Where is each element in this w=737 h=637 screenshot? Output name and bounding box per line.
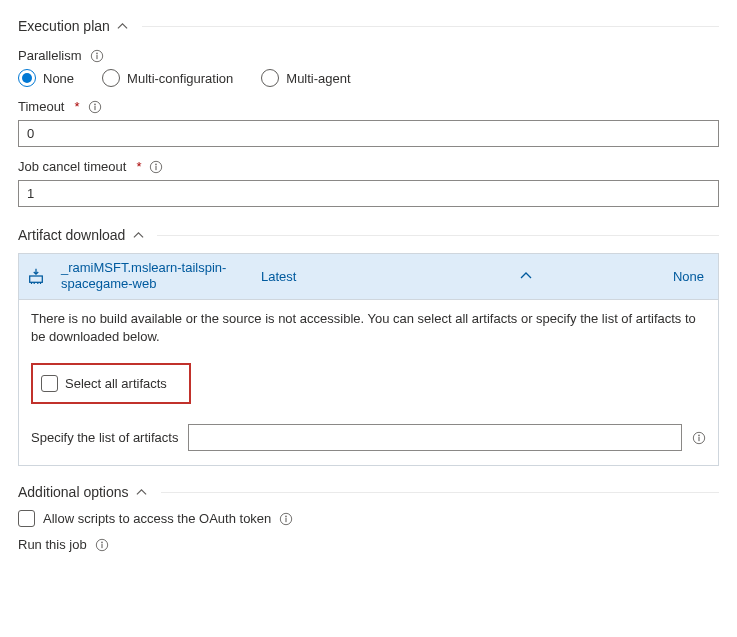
artifact-download-header[interactable]: Artifact download — [18, 227, 719, 243]
parallelism-label: Parallelism — [18, 48, 82, 63]
svg-rect-2 — [96, 54, 97, 58]
build-icon — [19, 260, 53, 292]
svg-rect-18 — [101, 543, 102, 547]
execution-plan-title: Execution plan — [18, 18, 110, 34]
artifact-collapse-toggle[interactable] — [393, 264, 658, 288]
parallelism-label-row: Parallelism — [18, 48, 719, 63]
svg-point-11 — [698, 434, 700, 436]
divider — [157, 235, 719, 236]
artifact-box: _ramiMSFT.mslearn-tailspin-spacegame-web… — [18, 253, 719, 466]
artifact-version: Latest — [253, 263, 393, 290]
info-icon[interactable] — [90, 49, 104, 63]
chevron-up-icon — [116, 19, 130, 33]
svg-rect-8 — [156, 165, 157, 169]
specify-artifacts-row: Specify the list of artifacts — [31, 424, 706, 451]
select-all-checkbox[interactable] — [41, 375, 58, 392]
specify-artifacts-input[interactable] — [188, 424, 682, 451]
allow-scripts-checkbox[interactable] — [18, 510, 35, 527]
timeout-label-row: Timeout* — [18, 99, 719, 114]
svg-point-7 — [156, 163, 158, 165]
info-icon[interactable] — [279, 512, 293, 526]
execution-plan-header[interactable]: Execution plan — [18, 18, 719, 34]
select-all-label: Select all artifacts — [65, 376, 167, 391]
chevron-up-icon — [135, 485, 149, 499]
radio-multi-agent[interactable]: Multi-agent — [261, 69, 350, 87]
radio-none-label: None — [43, 71, 74, 86]
info-icon[interactable] — [692, 431, 706, 445]
cancel-timeout-label-row: Job cancel timeout* — [18, 159, 719, 174]
info-icon[interactable] — [88, 100, 102, 114]
cancel-timeout-input[interactable] — [18, 180, 719, 207]
artifact-source-name: _ramiMSFT.mslearn-tailspin-spacegame-web — [53, 254, 253, 299]
allow-scripts-label: Allow scripts to access the OAuth token — [43, 511, 271, 526]
select-all-artifacts-option[interactable]: Select all artifacts — [31, 363, 191, 404]
svg-rect-9 — [30, 276, 43, 282]
artifact-body: There is no build available or the sourc… — [19, 300, 718, 466]
divider — [161, 492, 719, 493]
additional-options-title: Additional options — [18, 484, 129, 500]
svg-rect-15 — [286, 517, 287, 521]
divider — [142, 26, 719, 27]
cancel-timeout-label: Job cancel timeout — [18, 159, 126, 174]
allow-scripts-option[interactable]: Allow scripts to access the OAuth token — [18, 510, 719, 527]
required-mark: * — [74, 99, 79, 114]
svg-rect-5 — [94, 105, 95, 109]
radio-multi-configuration[interactable]: Multi-configuration — [102, 69, 233, 87]
additional-options-header[interactable]: Additional options — [18, 484, 719, 500]
info-icon[interactable] — [95, 538, 109, 552]
specify-artifacts-label: Specify the list of artifacts — [31, 430, 178, 445]
info-icon[interactable] — [149, 160, 163, 174]
artifact-download-title: Artifact download — [18, 227, 125, 243]
chevron-up-icon — [131, 228, 145, 242]
radio-multi-config-label: Multi-configuration — [127, 71, 233, 86]
svg-point-14 — [286, 515, 288, 517]
svg-rect-12 — [698, 436, 699, 440]
parallelism-radio-group: None Multi-configuration Multi-agent — [18, 69, 719, 87]
required-mark: * — [136, 159, 141, 174]
artifact-selection-mode[interactable]: None — [658, 263, 718, 290]
svg-point-1 — [96, 52, 98, 54]
svg-point-17 — [101, 541, 103, 543]
radio-multi-agent-label: Multi-agent — [286, 71, 350, 86]
artifact-row[interactable]: _ramiMSFT.mslearn-tailspin-spacegame-web… — [19, 254, 718, 300]
timeout-label: Timeout — [18, 99, 64, 114]
radio-none[interactable]: None — [18, 69, 74, 87]
svg-point-4 — [94, 103, 96, 105]
run-this-job-label: Run this job — [18, 537, 87, 552]
artifact-message: There is no build available or the sourc… — [31, 310, 706, 348]
timeout-input[interactable] — [18, 120, 719, 147]
run-this-job-row: Run this job — [18, 537, 719, 552]
